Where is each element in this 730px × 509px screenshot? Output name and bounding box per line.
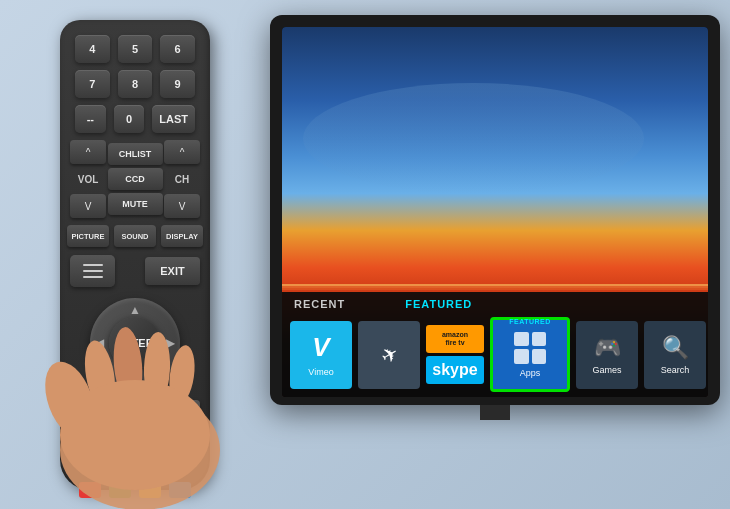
apps-icon <box>514 332 546 364</box>
small-apps-column: amazonfire tv skype <box>426 325 484 384</box>
smart-bar: RECENT FEATURED V Vimeo ✈ <box>282 292 708 397</box>
app-games[interactable]: 🎮 Games <box>576 321 638 389</box>
ch-label: CH <box>164 167 200 191</box>
chlist-btn[interactable]: CHLIST <box>108 143 163 165</box>
app-recent2[interactable]: ✈ <box>358 321 420 389</box>
tv-outer: RECENT FEATURED V Vimeo ✈ <box>270 15 720 405</box>
recent-label: RECENT <box>294 298 345 310</box>
btn-last[interactable]: LAST <box>152 105 195 133</box>
search-icon: 🔍 <box>662 335 689 361</box>
smart-bar-apps: V Vimeo ✈ amazonfire tv skype <box>282 312 708 397</box>
tv-stand <box>270 405 720 420</box>
btn-7[interactable]: 7 <box>75 70 110 98</box>
ccd-btn[interactable]: CCD <box>108 168 163 190</box>
hand <box>30 200 280 509</box>
games-label: Games <box>592 365 621 375</box>
smart-bar-header: RECENT FEATURED <box>282 292 708 312</box>
featured-label: FEATURED <box>405 298 472 310</box>
vol-up-btn[interactable]: ^ <box>70 140 106 164</box>
vol-label: VOL <box>70 167 106 191</box>
number-area: 4 5 6 7 8 9 -- 0 LAST <box>75 35 195 140</box>
remote-control: 4 5 6 7 8 9 -- 0 LAST ^ VOL V CH <box>30 0 230 509</box>
app-vimeo[interactable]: V Vimeo <box>290 321 352 389</box>
featured-tag: FEATURED <box>495 318 565 325</box>
hand-svg <box>30 200 280 509</box>
tv-stand-neck <box>480 405 510 420</box>
btn-8[interactable]: 8 <box>118 70 153 98</box>
amazon-label: amazonfire tv <box>442 331 468 348</box>
plane-icon: ✈ <box>376 340 403 369</box>
btn-row-1: 4 5 6 <box>75 35 195 63</box>
btn-4[interactable]: 4 <box>75 35 110 63</box>
vimeo-icon: V <box>312 332 329 363</box>
games-icon: 🎮 <box>594 335 621 361</box>
vimeo-label: Vimeo <box>308 367 333 377</box>
svg-point-6 <box>60 380 210 490</box>
app-search[interactable]: 🔍 Search <box>644 321 706 389</box>
btn-0[interactable]: 0 <box>114 105 145 133</box>
btn-dash[interactable]: -- <box>75 105 106 133</box>
search-label: Search <box>661 365 690 375</box>
app-amazon[interactable]: amazonfire tv <box>426 325 484 353</box>
apps-label: Apps <box>520 368 541 378</box>
btn-5[interactable]: 5 <box>118 35 153 63</box>
app-skype[interactable]: skype <box>426 356 484 384</box>
app-apps-featured[interactable]: FEATURED Apps <box>490 317 570 392</box>
skype-label: skype <box>432 361 477 379</box>
btn-row-2: 7 8 9 <box>75 70 195 98</box>
btn-row-3: -- 0 LAST <box>75 105 195 133</box>
tv-screen: RECENT FEATURED V Vimeo ✈ <box>282 27 708 397</box>
tv: RECENT FEATURED V Vimeo ✈ <box>270 15 720 435</box>
btn-9[interactable]: 9 <box>160 70 195 98</box>
ch-up-btn[interactable]: ^ <box>164 140 200 164</box>
btn-6[interactable]: 6 <box>160 35 195 63</box>
